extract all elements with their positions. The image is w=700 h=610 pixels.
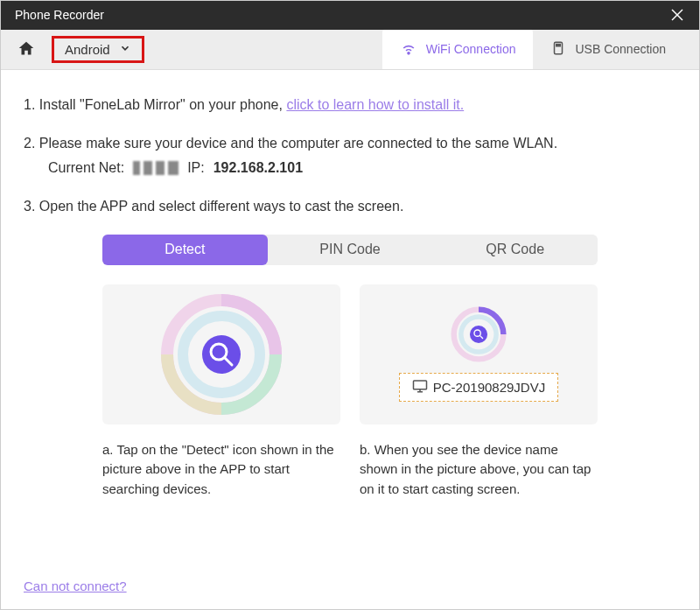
svg-rect-4 bbox=[556, 44, 558, 46]
platform-dropdown[interactable]: Android bbox=[52, 36, 144, 63]
step-3-text: 3. Open the APP and select different way… bbox=[24, 199, 403, 214]
device-name-box: PC-20190829JDVJ bbox=[399, 373, 558, 402]
mode-tab-qr[interactable]: QR Code bbox=[432, 235, 598, 265]
tab-wifi-label: WiFi Connection bbox=[426, 42, 516, 56]
mode-tab-detect[interactable]: Detect bbox=[102, 235, 268, 265]
usb-icon bbox=[550, 40, 566, 59]
step-2-text: 2. Please make sure your device and the … bbox=[24, 136, 557, 151]
step-1: 1. Install "FoneLab Mirror" on your phon… bbox=[24, 95, 676, 116]
current-net-label: Current Net: bbox=[48, 158, 124, 179]
chevron-down-icon bbox=[119, 42, 131, 57]
wifi-icon bbox=[400, 39, 417, 60]
svg-point-13 bbox=[470, 326, 487, 343]
cannot-connect-link[interactable]: Can not connect? bbox=[24, 578, 127, 593]
step-3: 3. Open the APP and select different way… bbox=[24, 196, 676, 217]
tab-usb-connection[interactable]: USB Connection bbox=[533, 31, 683, 68]
network-info-row: Current Net: IP: 192.168.2.101 bbox=[48, 158, 676, 179]
ip-value: 192.168.2.101 bbox=[214, 158, 303, 179]
detect-ring-small-icon bbox=[451, 306, 507, 362]
tab-usb-label: USB Connection bbox=[575, 42, 666, 56]
detect-illustration-card bbox=[102, 284, 340, 424]
platform-label: Android bbox=[65, 42, 110, 57]
svg-rect-5 bbox=[559, 44, 561, 46]
step-1-text: 1. Install "FoneLab Mirror" on your phon… bbox=[24, 97, 286, 112]
caption-b: b. When you see the device name shown in… bbox=[360, 440, 598, 500]
device-illustration-card: PC-20190829JDVJ bbox=[360, 284, 598, 424]
caption-a: a. Tap on the "Detect" icon shown in the… bbox=[102, 440, 340, 500]
main-content: 1. Install "FoneLab Mirror" on your phon… bbox=[1, 70, 699, 517]
ip-label: IP: bbox=[187, 158, 205, 179]
svg-point-2 bbox=[408, 53, 410, 54]
toolbar: Android WiFi Connection USB Connection bbox=[1, 30, 699, 70]
monitor-icon bbox=[412, 379, 428, 396]
home-icon[interactable] bbox=[17, 39, 36, 59]
cast-mode-tabs: Detect PIN Code QR Code bbox=[102, 235, 598, 265]
svg-rect-16 bbox=[413, 381, 426, 389]
install-help-link[interactable]: click to learn how to install it. bbox=[286, 97, 464, 112]
svg-point-8 bbox=[202, 335, 241, 374]
close-icon[interactable] bbox=[669, 7, 685, 23]
detect-ring-icon bbox=[160, 293, 283, 416]
mode-tab-pin[interactable]: PIN Code bbox=[268, 235, 433, 265]
titlebar: Phone Recorder bbox=[1, 1, 699, 30]
device-name-text: PC-20190829JDVJ bbox=[433, 380, 545, 395]
step-2: 2. Please make sure your device and the … bbox=[24, 133, 676, 179]
ssid-blurred bbox=[133, 161, 178, 175]
tab-wifi-connection[interactable]: WiFi Connection bbox=[382, 30, 534, 69]
app-title: Phone Recorder bbox=[15, 8, 104, 22]
